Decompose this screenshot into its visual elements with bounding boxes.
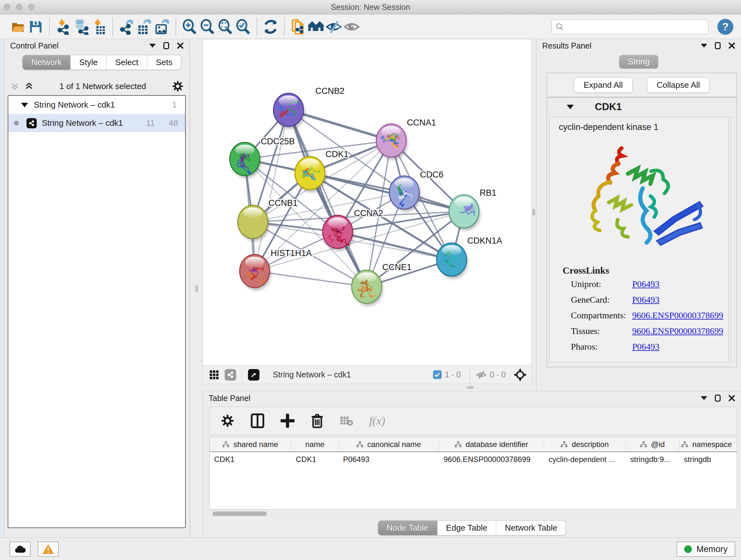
left-splitter-handle[interactable] bbox=[195, 285, 198, 292]
table-cell[interactable]: stringdb bbox=[679, 455, 734, 464]
float-panel-icon[interactable] bbox=[715, 42, 721, 49]
network-edge[interactable] bbox=[288, 110, 367, 287]
grid-view-icon[interactable] bbox=[209, 370, 219, 380]
collapse-all-button[interactable]: Collapse All bbox=[647, 77, 710, 93]
crosslink-link[interactable]: P06493 bbox=[632, 279, 660, 289]
column-header-namespace[interactable]: namespace bbox=[679, 437, 734, 451]
network-node-CCNA1[interactable]: CCNA1 bbox=[376, 118, 436, 160]
tab-style[interactable]: Style bbox=[71, 55, 107, 70]
table-cell[interactable]: CDK1 bbox=[210, 455, 291, 464]
section-collapse-arrow-icon[interactable] bbox=[567, 105, 574, 109]
import-network-from-database-button[interactable] bbox=[72, 18, 90, 36]
memory-button[interactable]: Memory bbox=[677, 542, 735, 557]
close-window-button[interactable] bbox=[4, 4, 10, 10]
function-builder-icon[interactable]: f(x) bbox=[369, 414, 385, 428]
collapse-panel-icon[interactable] bbox=[701, 44, 707, 48]
close-panel-icon[interactable] bbox=[728, 395, 735, 401]
new-network-from-selection-button[interactable] bbox=[289, 18, 307, 36]
expand-all-button[interactable]: Expand All bbox=[574, 77, 633, 93]
crosslink-link[interactable]: P06493 bbox=[632, 341, 660, 352]
network-node-CDC6[interactable]: CDC6 bbox=[389, 170, 444, 212]
network-options-gear-icon[interactable] bbox=[172, 80, 184, 92]
hide-selected-button[interactable] bbox=[325, 18, 343, 36]
table-cell[interactable]: P06493 bbox=[339, 455, 439, 464]
close-panel-icon[interactable] bbox=[177, 42, 184, 49]
network-view[interactable]: CCNB2CCNA1CDC25BCDK1CDC6RB1CCNB1CCNA2CDK… bbox=[203, 39, 532, 384]
table-cell[interactable]: cyclin-dependent ... bbox=[544, 455, 626, 464]
network-node-RB1[interactable]: RB1 bbox=[449, 188, 496, 231]
expand-all-networks-icon[interactable] bbox=[24, 81, 34, 91]
open-session-button[interactable] bbox=[9, 18, 27, 36]
delete-column-trash-icon[interactable] bbox=[311, 413, 324, 428]
column-header-name[interactable]: name bbox=[291, 437, 339, 451]
network-node-CDKN1A[interactable]: CDKN1A bbox=[436, 236, 502, 279]
pan-crosshair-icon[interactable] bbox=[514, 368, 527, 381]
help-button[interactable]: ? bbox=[718, 19, 733, 35]
zoom-window-button[interactable] bbox=[28, 4, 35, 10]
warnings-button[interactable] bbox=[38, 542, 59, 557]
column-header-canonicalname[interactable]: canonical name bbox=[339, 437, 439, 451]
apply-layout-button[interactable] bbox=[262, 18, 280, 36]
bottom-splitter-handle[interactable] bbox=[467, 386, 474, 389]
right-splitter-handle[interactable] bbox=[532, 209, 535, 216]
scrollbar-thumb[interactable] bbox=[212, 511, 267, 516]
zoom-in-button[interactable] bbox=[181, 18, 199, 36]
column-header-sharedname[interactable]: shared name bbox=[210, 437, 291, 451]
column-header-id[interactable]: @id bbox=[626, 437, 679, 451]
results-scrollbar[interactable] bbox=[731, 117, 735, 362]
tab-select[interactable]: Select bbox=[107, 55, 147, 70]
zoom-fit-button[interactable] bbox=[216, 18, 234, 36]
show-columns-icon[interactable] bbox=[251, 413, 265, 428]
table-options-gear-icon[interactable] bbox=[220, 414, 234, 428]
gene-section-header[interactable]: CDK1 bbox=[547, 98, 737, 116]
tab-string[interactable]: String bbox=[619, 55, 659, 69]
birds-eye-view-icon[interactable] bbox=[248, 369, 259, 381]
save-session-button[interactable] bbox=[27, 18, 45, 36]
table-cell[interactable]: CDK1 bbox=[291, 455, 339, 464]
zoom-out-button[interactable] bbox=[199, 18, 216, 36]
export-table-button[interactable] bbox=[135, 18, 153, 36]
collapse-all-networks-icon[interactable] bbox=[10, 81, 20, 91]
first-neighbors-button[interactable] bbox=[307, 18, 325, 36]
table-row[interactable]: CDK1CDK1P064939606.ENSP00000378699cyclin… bbox=[210, 452, 737, 467]
selected-nodes-checkbox-icon[interactable] bbox=[433, 370, 442, 379]
tab-edge-table[interactable]: Edge Table bbox=[437, 520, 496, 536]
network-edge[interactable] bbox=[255, 271, 367, 287]
create-column-plus-icon[interactable] bbox=[280, 414, 294, 428]
tab-sets[interactable]: Sets bbox=[147, 55, 181, 70]
table-cell[interactable]: 9606.ENSP00000378699 bbox=[439, 455, 544, 464]
minimize-window-button[interactable] bbox=[16, 4, 22, 10]
cloud-status-button[interactable] bbox=[10, 542, 30, 557]
close-panel-icon[interactable] bbox=[728, 42, 735, 49]
export-image-button[interactable] bbox=[153, 18, 171, 36]
network-row[interactable]: String Network – cdk1 11 48 bbox=[8, 114, 185, 132]
tree-expand-arrow-icon[interactable] bbox=[21, 103, 28, 107]
tab-node-table[interactable]: Node Table bbox=[378, 520, 437, 536]
import-network-from-file-button[interactable] bbox=[54, 18, 72, 36]
column-header-databaseidentifier[interactable]: database identifier bbox=[439, 437, 544, 451]
string-view-badge-icon[interactable] bbox=[225, 369, 236, 381]
collapse-panel-icon[interactable] bbox=[701, 396, 707, 400]
tab-network[interactable]: Network bbox=[22, 55, 71, 70]
network-collection-row[interactable]: String Network – cdk1 1 bbox=[8, 96, 185, 114]
export-network-button[interactable] bbox=[118, 18, 135, 36]
crosslink-link[interactable]: 9606.ENSP00000378699 bbox=[632, 310, 723, 320]
float-panel-icon[interactable] bbox=[163, 42, 169, 49]
network-node-CCNE1[interactable]: CCNE1 bbox=[352, 262, 412, 306]
show-all-button[interactable] bbox=[343, 18, 360, 36]
import-table-from-file-button[interactable] bbox=[90, 18, 108, 36]
collapse-panel-icon[interactable] bbox=[149, 44, 156, 48]
crosslink-link[interactable]: P06493 bbox=[632, 295, 660, 305]
delete-table-icon[interactable] bbox=[340, 415, 353, 427]
hidden-eye-slash-icon[interactable] bbox=[476, 369, 487, 380]
float-panel-icon[interactable] bbox=[715, 395, 721, 401]
crosslink-link[interactable]: 9606.ENSP00000378699 bbox=[632, 326, 723, 336]
search-input[interactable] bbox=[551, 19, 709, 34]
table-horizontal-scrollbar[interactable] bbox=[209, 510, 737, 517]
column-header-description[interactable]: description bbox=[544, 437, 626, 451]
tab-network-table[interactable]: Network Table bbox=[496, 520, 566, 536]
network-node-HIST1H1A[interactable]: HIST1H1A bbox=[240, 248, 312, 290]
network-edge[interactable] bbox=[255, 110, 288, 271]
zoom-selected-button[interactable] bbox=[234, 18, 252, 36]
network-canvas[interactable]: CCNB2CCNA1CDC25BCDK1CDC6RB1CCNB1CCNA2CDK… bbox=[203, 39, 531, 366]
